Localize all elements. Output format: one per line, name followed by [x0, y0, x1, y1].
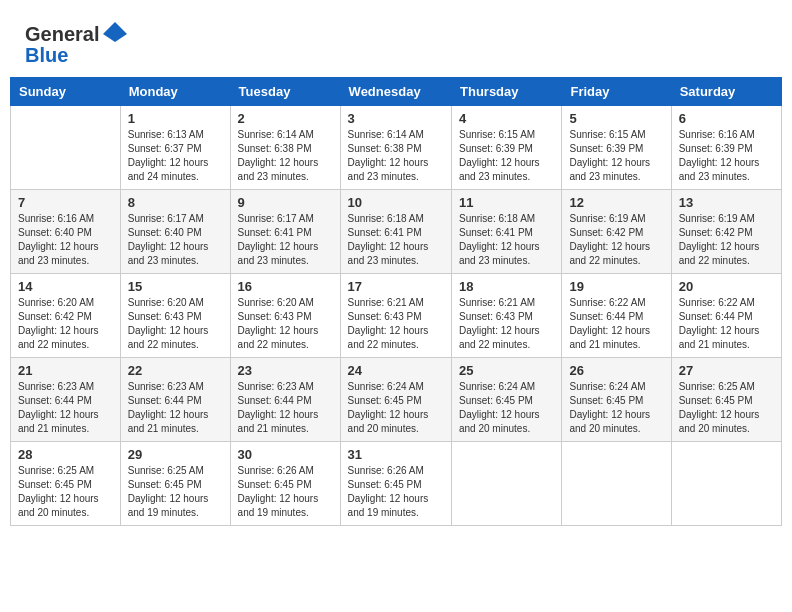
calendar-cell: 15Sunrise: 6:20 AM Sunset: 6:43 PM Dayli…	[120, 274, 230, 358]
weekday-header-friday: Friday	[562, 78, 671, 106]
day-number: 28	[18, 447, 113, 462]
calendar-cell: 4Sunrise: 6:15 AM Sunset: 6:39 PM Daylig…	[452, 106, 562, 190]
day-info: Sunrise: 6:26 AM Sunset: 6:45 PM Dayligh…	[238, 464, 333, 520]
day-number: 12	[569, 195, 663, 210]
day-number: 23	[238, 363, 333, 378]
calendar-cell	[452, 442, 562, 526]
day-number: 14	[18, 279, 113, 294]
day-number: 7	[18, 195, 113, 210]
calendar-cell: 5Sunrise: 6:15 AM Sunset: 6:39 PM Daylig…	[562, 106, 671, 190]
calendar-cell: 23Sunrise: 6:23 AM Sunset: 6:44 PM Dayli…	[230, 358, 340, 442]
calendar-cell: 11Sunrise: 6:18 AM Sunset: 6:41 PM Dayli…	[452, 190, 562, 274]
day-number: 29	[128, 447, 223, 462]
calendar-cell: 17Sunrise: 6:21 AM Sunset: 6:43 PM Dayli…	[340, 274, 451, 358]
day-number: 9	[238, 195, 333, 210]
calendar-cell: 26Sunrise: 6:24 AM Sunset: 6:45 PM Dayli…	[562, 358, 671, 442]
day-info: Sunrise: 6:21 AM Sunset: 6:43 PM Dayligh…	[459, 296, 554, 352]
day-info: Sunrise: 6:20 AM Sunset: 6:43 PM Dayligh…	[128, 296, 223, 352]
calendar-cell: 25Sunrise: 6:24 AM Sunset: 6:45 PM Dayli…	[452, 358, 562, 442]
day-number: 4	[459, 111, 554, 126]
weekday-header-wednesday: Wednesday	[340, 78, 451, 106]
calendar-cell: 22Sunrise: 6:23 AM Sunset: 6:44 PM Dayli…	[120, 358, 230, 442]
day-number: 2	[238, 111, 333, 126]
weekday-header-thursday: Thursday	[452, 78, 562, 106]
calendar-week-3: 14Sunrise: 6:20 AM Sunset: 6:42 PM Dayli…	[11, 274, 782, 358]
calendar-cell: 18Sunrise: 6:21 AM Sunset: 6:43 PM Dayli…	[452, 274, 562, 358]
calendar-cell	[671, 442, 781, 526]
day-number: 25	[459, 363, 554, 378]
day-number: 31	[348, 447, 444, 462]
day-number: 17	[348, 279, 444, 294]
calendar-cell: 27Sunrise: 6:25 AM Sunset: 6:45 PM Dayli…	[671, 358, 781, 442]
day-number: 20	[679, 279, 774, 294]
logo-icon	[101, 20, 129, 48]
weekday-header-saturday: Saturday	[671, 78, 781, 106]
day-info: Sunrise: 6:15 AM Sunset: 6:39 PM Dayligh…	[569, 128, 663, 184]
calendar-cell: 8Sunrise: 6:17 AM Sunset: 6:40 PM Daylig…	[120, 190, 230, 274]
calendar-cell: 6Sunrise: 6:16 AM Sunset: 6:39 PM Daylig…	[671, 106, 781, 190]
day-info: Sunrise: 6:25 AM Sunset: 6:45 PM Dayligh…	[128, 464, 223, 520]
calendar-cell	[562, 442, 671, 526]
calendar-cell: 29Sunrise: 6:25 AM Sunset: 6:45 PM Dayli…	[120, 442, 230, 526]
day-number: 26	[569, 363, 663, 378]
day-number: 13	[679, 195, 774, 210]
day-number: 8	[128, 195, 223, 210]
day-info: Sunrise: 6:24 AM Sunset: 6:45 PM Dayligh…	[569, 380, 663, 436]
svg-marker-0	[103, 22, 127, 42]
day-info: Sunrise: 6:18 AM Sunset: 6:41 PM Dayligh…	[459, 212, 554, 268]
calendar-cell: 21Sunrise: 6:23 AM Sunset: 6:44 PM Dayli…	[11, 358, 121, 442]
day-info: Sunrise: 6:17 AM Sunset: 6:40 PM Dayligh…	[128, 212, 223, 268]
day-info: Sunrise: 6:25 AM Sunset: 6:45 PM Dayligh…	[18, 464, 113, 520]
day-number: 21	[18, 363, 113, 378]
weekday-header-sunday: Sunday	[11, 78, 121, 106]
day-info: Sunrise: 6:25 AM Sunset: 6:45 PM Dayligh…	[679, 380, 774, 436]
calendar-cell: 2Sunrise: 6:14 AM Sunset: 6:38 PM Daylig…	[230, 106, 340, 190]
calendar-cell: 16Sunrise: 6:20 AM Sunset: 6:43 PM Dayli…	[230, 274, 340, 358]
day-info: Sunrise: 6:14 AM Sunset: 6:38 PM Dayligh…	[238, 128, 333, 184]
calendar-header-row: SundayMondayTuesdayWednesdayThursdayFrid…	[11, 78, 782, 106]
day-number: 24	[348, 363, 444, 378]
day-info: Sunrise: 6:23 AM Sunset: 6:44 PM Dayligh…	[128, 380, 223, 436]
calendar-cell: 12Sunrise: 6:19 AM Sunset: 6:42 PM Dayli…	[562, 190, 671, 274]
day-number: 30	[238, 447, 333, 462]
day-info: Sunrise: 6:13 AM Sunset: 6:37 PM Dayligh…	[128, 128, 223, 184]
day-info: Sunrise: 6:18 AM Sunset: 6:41 PM Dayligh…	[348, 212, 444, 268]
day-info: Sunrise: 6:19 AM Sunset: 6:42 PM Dayligh…	[679, 212, 774, 268]
day-number: 6	[679, 111, 774, 126]
day-info: Sunrise: 6:23 AM Sunset: 6:44 PM Dayligh…	[18, 380, 113, 436]
day-info: Sunrise: 6:17 AM Sunset: 6:41 PM Dayligh…	[238, 212, 333, 268]
day-number: 15	[128, 279, 223, 294]
day-number: 10	[348, 195, 444, 210]
day-info: Sunrise: 6:26 AM Sunset: 6:45 PM Dayligh…	[348, 464, 444, 520]
weekday-header-tuesday: Tuesday	[230, 78, 340, 106]
calendar-cell: 13Sunrise: 6:19 AM Sunset: 6:42 PM Dayli…	[671, 190, 781, 274]
day-info: Sunrise: 6:21 AM Sunset: 6:43 PM Dayligh…	[348, 296, 444, 352]
day-info: Sunrise: 6:23 AM Sunset: 6:44 PM Dayligh…	[238, 380, 333, 436]
day-info: Sunrise: 6:24 AM Sunset: 6:45 PM Dayligh…	[348, 380, 444, 436]
logo-general-text: General	[25, 23, 99, 46]
day-info: Sunrise: 6:22 AM Sunset: 6:44 PM Dayligh…	[679, 296, 774, 352]
calendar-week-4: 21Sunrise: 6:23 AM Sunset: 6:44 PM Dayli…	[11, 358, 782, 442]
day-number: 19	[569, 279, 663, 294]
day-number: 11	[459, 195, 554, 210]
day-number: 5	[569, 111, 663, 126]
weekday-header-monday: Monday	[120, 78, 230, 106]
day-number: 3	[348, 111, 444, 126]
day-number: 1	[128, 111, 223, 126]
day-info: Sunrise: 6:14 AM Sunset: 6:38 PM Dayligh…	[348, 128, 444, 184]
calendar-cell: 28Sunrise: 6:25 AM Sunset: 6:45 PM Dayli…	[11, 442, 121, 526]
calendar-cell: 20Sunrise: 6:22 AM Sunset: 6:44 PM Dayli…	[671, 274, 781, 358]
calendar-week-5: 28Sunrise: 6:25 AM Sunset: 6:45 PM Dayli…	[11, 442, 782, 526]
logo: General Blue	[25, 20, 129, 67]
day-number: 18	[459, 279, 554, 294]
calendar-cell: 3Sunrise: 6:14 AM Sunset: 6:38 PM Daylig…	[340, 106, 451, 190]
calendar-week-1: 1Sunrise: 6:13 AM Sunset: 6:37 PM Daylig…	[11, 106, 782, 190]
calendar-cell: 14Sunrise: 6:20 AM Sunset: 6:42 PM Dayli…	[11, 274, 121, 358]
page-header: General Blue	[10, 10, 782, 72]
calendar-cell: 7Sunrise: 6:16 AM Sunset: 6:40 PM Daylig…	[11, 190, 121, 274]
day-info: Sunrise: 6:15 AM Sunset: 6:39 PM Dayligh…	[459, 128, 554, 184]
day-info: Sunrise: 6:22 AM Sunset: 6:44 PM Dayligh…	[569, 296, 663, 352]
calendar-table: SundayMondayTuesdayWednesdayThursdayFrid…	[10, 77, 782, 526]
day-info: Sunrise: 6:20 AM Sunset: 6:43 PM Dayligh…	[238, 296, 333, 352]
calendar-cell: 19Sunrise: 6:22 AM Sunset: 6:44 PM Dayli…	[562, 274, 671, 358]
